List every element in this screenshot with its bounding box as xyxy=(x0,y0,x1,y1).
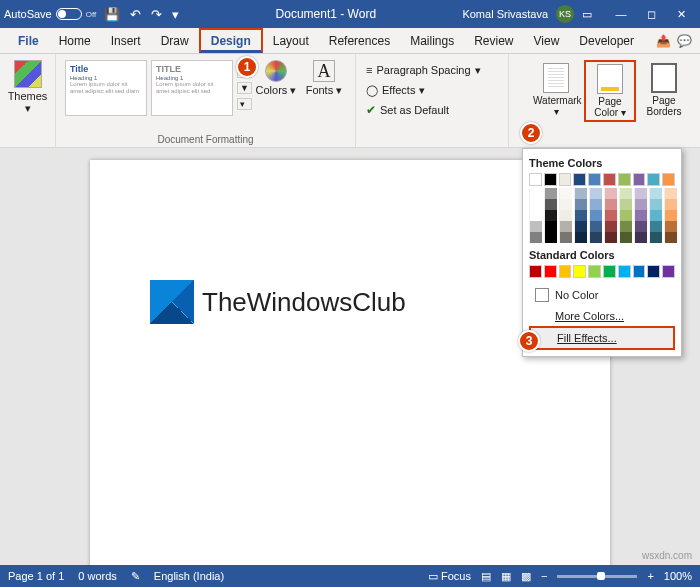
color-swatch[interactable] xyxy=(604,232,617,243)
color-swatch[interactable] xyxy=(649,221,662,232)
colors-button[interactable]: Colors ▾ xyxy=(252,56,300,116)
color-swatch[interactable] xyxy=(529,199,542,210)
tab-layout[interactable]: Layout xyxy=(263,28,319,53)
color-swatch[interactable] xyxy=(544,210,557,221)
color-swatch[interactable] xyxy=(544,265,557,278)
status-page[interactable]: Page 1 of 1 xyxy=(8,570,64,582)
tab-home[interactable]: Home xyxy=(49,28,101,53)
color-swatch[interactable] xyxy=(544,199,557,210)
color-swatch[interactable] xyxy=(529,265,542,278)
share-icon[interactable]: 📤 xyxy=(656,34,671,48)
view-web-icon[interactable]: ▩ xyxy=(521,570,531,583)
save-icon[interactable]: 💾 xyxy=(104,7,120,22)
color-swatch[interactable] xyxy=(544,188,557,199)
page-borders-button[interactable]: Page Borders xyxy=(638,60,690,122)
zoom-value[interactable]: 100% xyxy=(664,570,692,582)
color-swatch[interactable] xyxy=(574,188,587,199)
color-swatch[interactable] xyxy=(574,221,587,232)
color-swatch[interactable] xyxy=(574,210,587,221)
tab-file[interactable]: File xyxy=(8,28,49,53)
style-set-thumb[interactable]: Title Heading 1 Lorem ipsum dolor sit am… xyxy=(65,60,147,116)
toggle-icon[interactable] xyxy=(56,8,82,20)
color-swatch[interactable] xyxy=(664,188,677,199)
fill-effects-item[interactable]: Fill Effects... xyxy=(529,326,675,350)
color-swatch[interactable] xyxy=(559,210,572,221)
color-swatch[interactable] xyxy=(574,232,587,243)
set-default-button[interactable]: ✔Set as Default xyxy=(366,100,502,120)
color-swatch[interactable] xyxy=(662,265,675,278)
color-swatch[interactable] xyxy=(649,199,662,210)
color-swatch[interactable] xyxy=(664,221,677,232)
autosave-toggle[interactable]: AutoSave Off xyxy=(4,8,96,20)
color-swatch[interactable] xyxy=(544,232,557,243)
view-print-icon[interactable]: ▦ xyxy=(501,570,511,583)
color-swatch[interactable] xyxy=(664,210,677,221)
watermark-button[interactable]: Watermark ▾ xyxy=(530,60,582,122)
view-read-icon[interactable]: ▤ xyxy=(481,570,491,583)
color-swatch[interactable] xyxy=(603,265,616,278)
tab-design[interactable]: Design xyxy=(199,28,263,53)
redo-icon[interactable]: ↷ xyxy=(151,7,162,22)
color-swatch[interactable] xyxy=(619,210,632,221)
user-name[interactable]: Komal Srivastava xyxy=(462,8,548,20)
style-set-thumb[interactable]: TITLE Heading 1 Lorem ipsum dolor sit am… xyxy=(151,60,233,116)
color-swatch[interactable] xyxy=(529,221,542,232)
color-swatch[interactable] xyxy=(619,188,632,199)
color-swatch[interactable] xyxy=(634,232,647,243)
status-language[interactable]: English (India) xyxy=(154,570,224,582)
color-swatch[interactable] xyxy=(618,265,631,278)
zoom-out-icon[interactable]: − xyxy=(541,570,547,582)
color-swatch[interactable] xyxy=(649,210,662,221)
color-swatch[interactable] xyxy=(544,173,557,186)
color-swatch[interactable] xyxy=(633,265,646,278)
color-swatch[interactable] xyxy=(604,199,617,210)
tab-references[interactable]: References xyxy=(319,28,400,53)
tab-insert[interactable]: Insert xyxy=(101,28,151,53)
no-color-item[interactable]: No Color xyxy=(529,284,675,306)
color-swatch[interactable] xyxy=(664,232,677,243)
status-focus[interactable]: ▭ Focus xyxy=(428,570,471,583)
tab-mailings[interactable]: Mailings xyxy=(400,28,464,53)
color-swatch[interactable] xyxy=(529,188,542,199)
color-swatch[interactable] xyxy=(589,221,602,232)
status-words[interactable]: 0 words xyxy=(78,570,117,582)
page-color-button[interactable]: Page Color ▾ xyxy=(584,60,636,122)
color-swatch[interactable] xyxy=(634,199,647,210)
color-swatch[interactable] xyxy=(604,188,617,199)
color-swatch[interactable] xyxy=(604,210,617,221)
style-scroll-down-icon[interactable]: ▼ xyxy=(237,82,252,94)
color-swatch[interactable] xyxy=(529,173,542,186)
color-swatch[interactable] xyxy=(633,173,646,186)
minimize-button[interactable]: — xyxy=(606,4,636,24)
color-swatch[interactable] xyxy=(573,173,586,186)
color-swatch[interactable] xyxy=(589,210,602,221)
paragraph-spacing-button[interactable]: ≡Paragraph Spacing ▾ xyxy=(366,60,502,80)
color-swatch[interactable] xyxy=(619,199,632,210)
more-colors-item[interactable]: More Colors... xyxy=(529,306,675,326)
color-swatch[interactable] xyxy=(588,265,601,278)
status-proofing-icon[interactable]: ✎ xyxy=(131,570,140,583)
avatar[interactable]: KS xyxy=(556,5,574,23)
color-swatch[interactable] xyxy=(574,199,587,210)
qat-dropdown-icon[interactable]: ▾ xyxy=(172,7,179,22)
color-swatch[interactable] xyxy=(573,265,586,278)
style-gallery-more-icon[interactable]: ▾ xyxy=(237,98,252,110)
themes-button[interactable]: Themes ▾ xyxy=(6,56,50,114)
color-swatch[interactable] xyxy=(604,221,617,232)
comments-icon[interactable]: 💬 xyxy=(677,34,692,48)
fonts-button[interactable]: A Fonts ▾ xyxy=(300,56,348,116)
close-button[interactable]: ✕ xyxy=(666,4,696,24)
color-swatch[interactable] xyxy=(529,210,542,221)
zoom-in-icon[interactable]: + xyxy=(647,570,653,582)
zoom-slider[interactable] xyxy=(557,575,637,578)
color-swatch[interactable] xyxy=(647,265,660,278)
color-swatch[interactable] xyxy=(559,232,572,243)
tab-review[interactable]: Review xyxy=(464,28,523,53)
color-swatch[interactable] xyxy=(559,188,572,199)
color-swatch[interactable] xyxy=(603,173,616,186)
color-swatch[interactable] xyxy=(634,188,647,199)
color-swatch[interactable] xyxy=(589,232,602,243)
color-swatch[interactable] xyxy=(662,173,675,186)
color-swatch[interactable] xyxy=(588,173,601,186)
color-swatch[interactable] xyxy=(559,199,572,210)
